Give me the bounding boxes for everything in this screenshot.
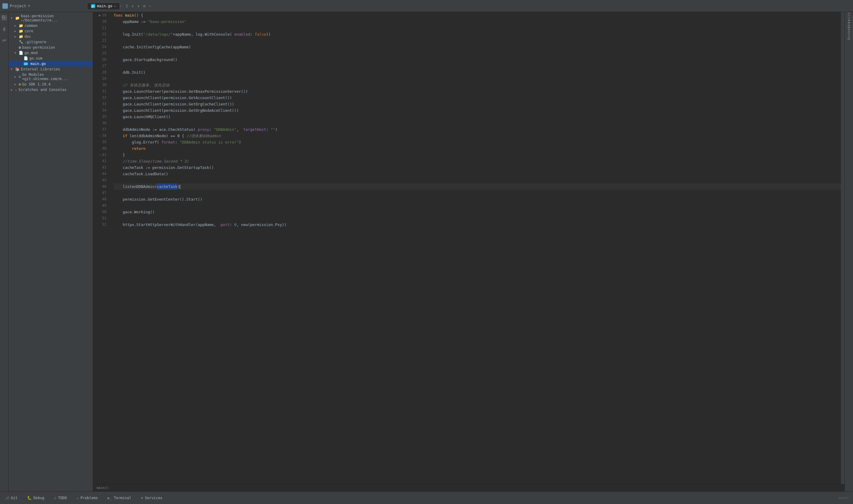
line-num-45: 45 bbox=[93, 177, 109, 183]
tree-label-common: common bbox=[24, 23, 37, 28]
code-line-45 bbox=[114, 177, 841, 183]
tree-label-go-sdk: Go SDK 1.19.4 bbox=[22, 82, 51, 86]
tree-item-core[interactable]: ▶ 📁 core bbox=[8, 29, 93, 34]
go-file-tab-icon: go bbox=[91, 4, 95, 8]
tree-item-scratches[interactable]: ▶ ✏ Scratches and Consoles bbox=[8, 87, 93, 92]
code-39c: ) bbox=[239, 139, 241, 145]
chevron-baas-permission: ▼ bbox=[11, 17, 14, 20]
line-num-49: 49 bbox=[93, 202, 109, 209]
project-dropdown-icon[interactable]: ▼ bbox=[28, 4, 30, 7]
sidebar-icons-right: Structure Bookmarks bbox=[845, 12, 853, 491]
line-num-19: ▶ 19 bbox=[93, 12, 109, 18]
line-num-21: 21 bbox=[93, 25, 109, 31]
tree-label-baas-bin: baas-permission bbox=[22, 45, 55, 50]
terminal-button[interactable]: ▶_ Terminal bbox=[105, 494, 134, 501]
tree-label-external-libraries: External Libraries bbox=[21, 67, 60, 71]
down-arrow-icon: ∨ bbox=[137, 4, 139, 8]
chevron-doc: ▶ bbox=[15, 35, 18, 38]
code-43: cacheTask := permission.GetStartupTask() bbox=[114, 164, 214, 171]
code-24: cache.InitConfigCache(appName) bbox=[114, 44, 191, 50]
project-icon bbox=[2, 3, 8, 9]
go-sum-icon: 📄 bbox=[23, 56, 28, 60]
line-numbers: ▶ 19 20 21 22 23 24 25 26 27 28 29 30 31… bbox=[93, 12, 111, 484]
code-line-42: //time.Sleep(time.Second * 3) bbox=[114, 158, 841, 164]
code-line-23 bbox=[114, 37, 841, 44]
code-area[interactable]: func main () { appName := "baas-permissi… bbox=[111, 12, 841, 484]
bookmarks-panel-toggle[interactable]: Bookmarks bbox=[846, 26, 852, 33]
code-32: gace.LaunchClient(permission.GetAccountC… bbox=[114, 94, 232, 101]
str-ddbadmin: "DDBAdmin" bbox=[214, 126, 236, 133]
problems-button[interactable]: ⚠ Problems bbox=[74, 494, 100, 501]
code-line-51 bbox=[114, 215, 841, 221]
tree-item-gitignore[interactable]: ▶ 🔧 .gitignore bbox=[8, 39, 93, 45]
num-0: 0 bbox=[234, 221, 237, 228]
line-num-33: 33 bbox=[93, 101, 109, 107]
run-icon-19[interactable]: ▶ bbox=[99, 12, 101, 18]
services-label: Services bbox=[145, 496, 162, 500]
editor-breadcrumb-bar: main() bbox=[93, 484, 845, 491]
scratches-icon: ✏ bbox=[15, 88, 17, 92]
tree-item-baas-permission[interactable]: ▼ 📁 baas-permission ~/Documents/re... bbox=[8, 13, 93, 23]
git-button[interactable]: ⎇ Git bbox=[2, 494, 20, 501]
git-label: Git bbox=[11, 496, 18, 500]
todo-button[interactable]: ☑ TODO bbox=[52, 494, 69, 501]
tree-item-go-mod[interactable]: ▼ 📄 go.mod bbox=[8, 50, 93, 56]
tree-item-go-sum[interactable]: ▶ 📄 go.sum bbox=[8, 56, 93, 61]
svg-rect-7 bbox=[4, 18, 6, 20]
line-num-43: 43 bbox=[93, 164, 109, 171]
code-52a: httpx.StartHttpServerWithHandler(appName… bbox=[114, 221, 221, 228]
minimize-icon[interactable]: — bbox=[149, 4, 151, 8]
code-33: gace.LaunchClient(permission.GetOrgCache… bbox=[114, 101, 234, 107]
code-38a bbox=[114, 133, 123, 139]
debug-label: Debug bbox=[34, 496, 45, 500]
tree-item-baas-bin[interactable]: ▶ ■ baas-permission bbox=[8, 45, 93, 50]
project-tree: ▼ 📁 baas-permission ~/Documents/re... ▶ … bbox=[8, 12, 93, 491]
project-panel: ▼ 📁 baas-permission ~/Documents/re... ▶ … bbox=[8, 12, 93, 491]
tree-item-main-go[interactable]: ▶ go main.go bbox=[8, 61, 93, 67]
code-line-31: gace.LaunchServer(permission.GetBaasPerm… bbox=[114, 88, 841, 94]
debug-button[interactable]: 🐛 Debug bbox=[25, 494, 47, 501]
top-bar-left: Project ▼ bbox=[2, 3, 87, 9]
settings-icon[interactable]: ⚙ bbox=[143, 4, 145, 8]
tree-item-doc[interactable]: ▶ 📁 doc bbox=[8, 34, 93, 39]
vertical-scrollbar[interactable] bbox=[841, 12, 845, 484]
fn-main: main bbox=[125, 12, 134, 18]
line-num-52: 52 bbox=[93, 221, 109, 228]
tab-close-button[interactable]: × bbox=[114, 4, 116, 8]
tree-item-common[interactable]: ▶ 📁 common bbox=[8, 23, 93, 29]
chevron-common: ▶ bbox=[15, 24, 18, 27]
top-bar-right: ✓ 2 ∧ ∨ ⚙ — bbox=[120, 4, 151, 8]
code-line-46: listenDDBAdmin(cacheTask) bbox=[114, 183, 841, 190]
line-num-35: 35 bbox=[93, 114, 109, 120]
code-50: gace.Working() bbox=[114, 209, 155, 215]
problems-icon: ⚠ bbox=[76, 496, 78, 500]
code-line-21 bbox=[114, 25, 841, 31]
terminal-label: Terminal bbox=[114, 496, 131, 500]
status-breadcrumb: main() bbox=[838, 496, 851, 500]
line-num-38: ◇ 38 bbox=[93, 133, 109, 139]
tree-item-go-modules[interactable]: ▶ ⊞ Go Modules <git.shinemo.com/m... bbox=[8, 72, 93, 82]
code-line-29 bbox=[114, 75, 841, 82]
services-button[interactable]: ⚙ Services bbox=[139, 494, 165, 501]
tree-item-external-libraries[interactable]: ▼ 📚 External Libraries bbox=[8, 67, 93, 72]
vcs-icon[interactable] bbox=[1, 37, 7, 44]
main-go-tab[interactable]: go main.go × bbox=[87, 2, 120, 10]
commit-icon[interactable] bbox=[1, 26, 7, 33]
tab-bar: go main.go × bbox=[87, 2, 120, 10]
code-52b: : bbox=[230, 221, 234, 228]
tree-label-go-mod: go.mod bbox=[24, 51, 37, 55]
param-targethost: targetHost bbox=[243, 126, 266, 133]
line-num-42: 42 bbox=[93, 158, 109, 164]
code-line-40: return bbox=[114, 145, 841, 152]
code-22c: : bbox=[250, 31, 255, 37]
tree-item-go-sdk[interactable]: ▶ ⚙ Go SDK 1.19.4 bbox=[8, 82, 93, 87]
line-num-41: ◇ 41 bbox=[93, 152, 109, 158]
project-view-icon[interactable] bbox=[1, 15, 7, 21]
todo-label: TODO bbox=[58, 496, 67, 500]
code-line-30: // 有状态服务, 优先启动 bbox=[114, 82, 841, 88]
external-libraries-icon: 📚 bbox=[15, 67, 20, 71]
line-num-50: 50 bbox=[93, 209, 109, 215]
line-num-36: 36 bbox=[93, 120, 109, 126]
space-19 bbox=[123, 12, 125, 18]
gitignore-icon: 🔧 bbox=[19, 40, 23, 44]
